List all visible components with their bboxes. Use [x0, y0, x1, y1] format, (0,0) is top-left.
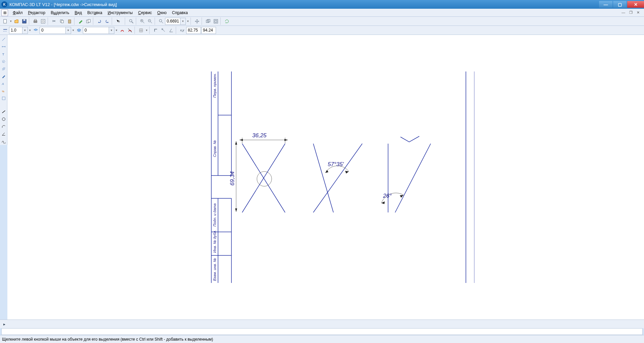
- menu-service[interactable]: Сервис: [136, 9, 155, 16]
- tool-select-icon[interactable]: [0, 95, 7, 102]
- undo-button[interactable]: [96, 17, 103, 25]
- svg-line-14: [131, 21, 133, 23]
- tool-arc-icon[interactable]: [0, 123, 7, 130]
- svg-rect-26: [215, 20, 217, 22]
- tool-text-icon[interactable]: T: [0, 51, 7, 57]
- redraw-button[interactable]: [223, 17, 230, 25]
- svg-rect-8: [61, 20, 63, 23]
- layer1-input[interactable]: [40, 27, 65, 34]
- line-style-input[interactable]: [9, 27, 22, 34]
- app-icon: K: [1, 1, 7, 7]
- zoom-prev-button[interactable]: [204, 17, 212, 25]
- ortho-button[interactable]: [152, 27, 159, 34]
- save-button[interactable]: [20, 17, 28, 25]
- menu-edit[interactable]: Редактор: [25, 9, 48, 16]
- tool-hatch-icon[interactable]: [0, 58, 7, 65]
- open-button[interactable]: [13, 17, 20, 25]
- tool-angle-icon[interactable]: [0, 131, 7, 137]
- svg-rect-3: [34, 20, 37, 22]
- frame-label-5: Взам. инв. №: [213, 258, 217, 281]
- coord-mode-button[interactable]: x,y: [178, 27, 186, 34]
- close-button[interactable]: ✕: [627, 1, 644, 8]
- layer1-dd[interactable]: ▾: [71, 29, 75, 32]
- menu-help[interactable]: Справка: [169, 9, 191, 16]
- layer1-combo[interactable]: ▾: [40, 27, 71, 34]
- line-style-combo[interactable]: ▾: [9, 27, 28, 34]
- svg-point-21: [159, 19, 162, 22]
- svg-rect-2: [23, 19, 25, 20]
- status-bar: Щелкните левой кнопкой мыши на объекте д…: [0, 335, 644, 343]
- maximize-button[interactable]: ▢: [613, 1, 627, 8]
- layer2-combo[interactable]: ▾: [83, 27, 114, 34]
- mdi-restore-icon[interactable]: ❐: [628, 10, 634, 15]
- coord-x-field[interactable]: [186, 27, 201, 34]
- tool-edit-icon[interactable]: [0, 73, 7, 80]
- menu-window[interactable]: Окно: [155, 9, 169, 16]
- property-toggle-icon[interactable]: ▸: [1, 321, 8, 328]
- layer2-dd[interactable]: ▾: [115, 29, 118, 32]
- local-cs-button[interactable]: [167, 27, 175, 34]
- copy-button[interactable]: [58, 17, 65, 25]
- dimension-angle1: 57°35': [328, 161, 344, 167]
- tool-param-icon[interactable]: A: [0, 80, 7, 87]
- coord-x-input[interactable]: [186, 27, 201, 34]
- canvas[interactable]: Перв. примен. Справ. № Подп. и дата Инв.…: [7, 35, 644, 320]
- cut-button[interactable]: ✂: [50, 17, 58, 25]
- line-style-dd[interactable]: ▾: [28, 29, 32, 32]
- svg-rect-4: [34, 19, 36, 20]
- svg-line-59: [313, 144, 333, 212]
- layer2-input[interactable]: [83, 27, 109, 34]
- redo-button[interactable]: [103, 17, 111, 25]
- grid-dd[interactable]: ▾: [145, 29, 148, 32]
- tool-circle-icon[interactable]: [0, 116, 7, 122]
- copy-properties-button[interactable]: [85, 17, 92, 25]
- svg-rect-9: [68, 19, 71, 23]
- preview-button[interactable]: [39, 17, 47, 25]
- zoom-input[interactable]: [165, 18, 180, 24]
- svg-text:−: −: [149, 19, 150, 21]
- zoom-combo[interactable]: ▾: [165, 18, 186, 25]
- menu-tools[interactable]: Инструменты: [105, 9, 136, 16]
- toolbar-state: ▾ ▾ ▾ ▾ ▾ ▾ ▾ x,y: [0, 26, 644, 35]
- layers-mgr-button[interactable]: [75, 27, 83, 34]
- menu-view[interactable]: Вид: [72, 9, 85, 16]
- menu-insert[interactable]: Вставка: [85, 9, 105, 16]
- document-icon[interactable]: ▤: [1, 9, 8, 16]
- tool-segment-icon[interactable]: [0, 108, 7, 115]
- zoom-dropdown[interactable]: ▾: [186, 19, 190, 23]
- print-button[interactable]: [32, 17, 39, 25]
- layer-button[interactable]: [32, 27, 39, 34]
- help-arrow-button[interactable]: ?: [114, 17, 122, 25]
- menu-file[interactable]: Файл: [10, 9, 25, 16]
- coord-y-input[interactable]: [202, 27, 216, 34]
- minimize-button[interactable]: —: [599, 1, 612, 8]
- tool-spline-icon[interactable]: [0, 138, 7, 145]
- grid-button[interactable]: [137, 27, 145, 34]
- mdi-close-icon[interactable]: ✕: [636, 10, 641, 15]
- zoom-all-button[interactable]: [212, 17, 219, 25]
- paste-button[interactable]: [66, 17, 73, 25]
- line-style-button[interactable]: [1, 27, 9, 34]
- zoom-window-button[interactable]: [127, 17, 135, 25]
- new-button[interactable]: [1, 17, 9, 25]
- tool-geometry-icon[interactable]: [0, 36, 7, 43]
- snap2-button[interactable]: [126, 27, 133, 34]
- tool-dimensions-icon[interactable]: [0, 43, 7, 50]
- window-title: КОМПАС-3D LT V12 - [Чертеж.cdw ->Системн…: [9, 2, 117, 7]
- tool-measure-icon[interactable]: %: [0, 88, 7, 94]
- zoom-scale-button[interactable]: [157, 17, 165, 25]
- svg-point-38: [2, 118, 5, 121]
- new-dropdown[interactable]: ▾: [9, 19, 12, 23]
- coord-y-field[interactable]: [201, 27, 216, 34]
- tool-hatch2-icon[interactable]: [0, 65, 7, 72]
- menu-select[interactable]: Выделить: [48, 9, 72, 16]
- svg-text:A: A: [2, 82, 4, 86]
- message-input[interactable]: [1, 328, 643, 335]
- zoom-out-button[interactable]: −: [146, 17, 154, 25]
- pan-button[interactable]: [193, 17, 201, 25]
- snap-button[interactable]: [118, 27, 126, 34]
- round-button[interactable]: [160, 27, 167, 34]
- zoom-in-button[interactable]: +: [139, 17, 146, 25]
- mdi-minimize-icon[interactable]: —: [621, 10, 626, 15]
- properties-button[interactable]: [77, 17, 84, 25]
